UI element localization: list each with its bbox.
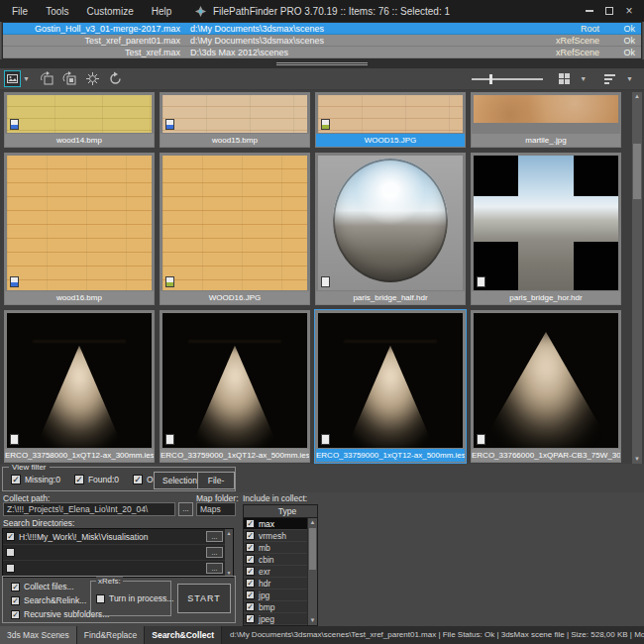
thumbnail-label: WOOD15.JPG bbox=[316, 134, 465, 147]
checkbox-box[interactable]: ✓ bbox=[246, 531, 255, 540]
scrollbar-thumb[interactable] bbox=[309, 528, 316, 570]
thumbnail-row: ERCO_33758000_1xQT12-ax_300mm.ies ERCO_3… bbox=[4, 310, 626, 463]
grid-view-icon[interactable] bbox=[556, 71, 572, 87]
tab-find-replace[interactable]: Find&Replace bbox=[77, 626, 145, 644]
search-directory-row[interactable]: ✓ H:\!!!My_Work\!_Misk\Visualisation ... bbox=[3, 529, 233, 545]
scrollbar-thumb[interactable] bbox=[633, 144, 641, 199]
thumbnail[interactable]: martile_.jpg bbox=[471, 92, 621, 148]
minimize-icon[interactable] bbox=[583, 4, 596, 18]
collect-path-input[interactable]: Z:\!!!_Projects\!_Elena_Lio\Int_20_04\ bbox=[3, 502, 175, 516]
scroll-down-icon[interactable]: ▼ bbox=[308, 616, 317, 625]
scene-row[interactable]: Test_xref_parent01.max d:\My Documents\3… bbox=[3, 35, 641, 47]
scroll-down-icon[interactable]: ▼ bbox=[632, 455, 642, 464]
thumbnail[interactable]: ERCO_33759000_1xQT12-ax_500mm.ies bbox=[160, 310, 310, 463]
map-folder-input[interactable]: Maps bbox=[196, 502, 236, 516]
thumbnail[interactable]: wood14.bmp bbox=[4, 92, 155, 148]
thumbnail-selected[interactable]: WOOD15.JPG bbox=[315, 92, 466, 148]
chevron-down-icon[interactable]: ▼ bbox=[580, 75, 587, 82]
file-type-button[interactable]: File-type bbox=[197, 472, 235, 489]
directory-list-scrollbar[interactable]: ▲ ▼ bbox=[225, 529, 233, 577]
type-row[interactable]: ✓ cbin bbox=[244, 554, 307, 566]
display-filter-icon[interactable] bbox=[4, 70, 21, 87]
thumbnail[interactable]: wood16.bmp bbox=[4, 153, 155, 305]
hdr-preview bbox=[474, 156, 618, 290]
close-icon[interactable]: × bbox=[622, 4, 636, 18]
collect-options-groupbox: ✓ Collect files... ✓ Search&Relink... ✓ … bbox=[2, 576, 236, 623]
thumbnail[interactable]: ERCO_33766000_1xQPAR-CB3_75W_30degree.ie… bbox=[471, 310, 621, 463]
start-button[interactable]: START bbox=[177, 584, 231, 613]
checkbox-box[interactable]: ✓ bbox=[246, 519, 255, 528]
checkbox-box[interactable]: ✓ bbox=[246, 579, 255, 588]
collect-path-browse-button[interactable]: ... bbox=[178, 502, 193, 516]
search-directory-row[interactable]: ... bbox=[3, 561, 233, 577]
checkbox-box[interactable]: ✓ bbox=[246, 555, 255, 564]
filepathfinder-window: { "titlebar": { "menus": ["File", "Tools… bbox=[0, 0, 644, 644]
texture-preview bbox=[7, 156, 152, 290]
checkbox-box[interactable] bbox=[6, 548, 15, 557]
checkbox-box[interactable]: ✓ bbox=[246, 567, 255, 576]
scroll-up-icon[interactable]: ▲ bbox=[308, 518, 317, 527]
menu-tools[interactable]: Tools bbox=[38, 3, 76, 20]
checkbox-box[interactable]: ✓ bbox=[246, 614, 255, 623]
splitter-grip[interactable] bbox=[276, 62, 368, 65]
toolbar-right-group: ▼ ▼ bbox=[472, 71, 644, 87]
type-row[interactable]: ✓ bmp bbox=[244, 601, 307, 613]
thumbnail[interactable]: ERCO_33758000_1xQT12-ax_300mm.ies bbox=[4, 310, 155, 463]
tab-3ds-max-scenes[interactable]: 3ds Max Scenes bbox=[0, 626, 77, 644]
type-table-scrollbar[interactable]: ▲ ▼ bbox=[307, 518, 317, 625]
scene-row[interactable]: Gostin_Holl_v3_01-merge-2017.max d:\My D… bbox=[3, 23, 641, 35]
menu-help[interactable]: Help bbox=[144, 3, 180, 20]
type-row[interactable]: ✓ vrmesh bbox=[244, 530, 307, 542]
checkbox-box[interactable]: ✓ bbox=[246, 543, 255, 552]
tab-search-collect[interactable]: Search&Collect bbox=[145, 626, 222, 644]
texture-preview bbox=[162, 156, 307, 290]
turn-in-process-checkbox[interactable]: Turn in process... bbox=[96, 593, 173, 603]
chevron-down-icon[interactable]: ▼ bbox=[23, 75, 30, 82]
checkbox-box[interactable] bbox=[6, 564, 15, 573]
hdr-preview bbox=[318, 156, 463, 290]
thumbnail-selected[interactable]: ERCO_33759000_1xQT12-ax_500mm.ies bbox=[315, 310, 466, 463]
file-type-badge-icon bbox=[10, 434, 19, 445]
menu-file[interactable]: File bbox=[4, 3, 36, 20]
scroll-up-icon[interactable]: ▲ bbox=[225, 529, 233, 537]
type-row[interactable]: ✓ hdr bbox=[244, 578, 307, 590]
type-column-header[interactable]: Type bbox=[244, 505, 317, 518]
slider-thumb[interactable] bbox=[489, 74, 492, 84]
menu-customize[interactable]: Customize bbox=[78, 3, 141, 20]
type-row[interactable]: ✓ mb bbox=[244, 542, 307, 554]
maximize-icon[interactable] bbox=[602, 4, 616, 18]
file-type-badge-icon bbox=[10, 276, 19, 287]
filter-missing-checkbox[interactable]: ✓ Missing:0 bbox=[11, 475, 60, 484]
refresh-icon[interactable] bbox=[108, 71, 124, 87]
thumbnail[interactable]: wood15.bmp bbox=[160, 92, 310, 148]
type-row[interactable]: ✓ jpeg bbox=[244, 613, 307, 625]
thumbnail[interactable]: paris_bridge_half.hdr bbox=[315, 153, 466, 305]
sort-order-icon[interactable] bbox=[602, 71, 618, 87]
xrefs-groupbox: xRefs: Turn in process... bbox=[90, 581, 171, 616]
search-directory-row[interactable]: ... bbox=[3, 545, 233, 561]
chevron-down-icon[interactable]: ▼ bbox=[626, 75, 633, 82]
checkbox-box[interactable]: ✓ bbox=[6, 532, 15, 541]
file-type-badge-icon bbox=[321, 276, 330, 287]
relink-files-icon[interactable] bbox=[62, 71, 78, 87]
filter-found-checkbox[interactable]: ✓ Found:0 bbox=[74, 475, 119, 484]
scene-row[interactable]: Test_xref.max D:\3ds Max 2012\scenes xRe… bbox=[3, 47, 641, 58]
thumbnail-size-slider[interactable] bbox=[472, 72, 543, 86]
directory-browse-button[interactable]: ... bbox=[206, 563, 223, 574]
checkbox-box[interactable]: ✓ bbox=[246, 590, 255, 599]
type-row[interactable]: ✓ max bbox=[244, 518, 307, 530]
thumbnail-scrollbar[interactable]: ▲ ▼ bbox=[632, 92, 642, 464]
checkbox-box[interactable]: ✓ bbox=[246, 602, 255, 611]
type-row[interactable]: ✓ exr bbox=[244, 566, 307, 578]
type-row[interactable]: ✓ jpg bbox=[244, 590, 307, 601]
collect-files-icon[interactable] bbox=[40, 71, 55, 87]
directory-browse-button[interactable]: ... bbox=[206, 547, 223, 558]
scroll-up-icon[interactable]: ▲ bbox=[632, 92, 642, 101]
panel-splitter[interactable] bbox=[0, 59, 644, 68]
thumbnail[interactable]: paris_bridge_hor.hdr bbox=[471, 153, 621, 305]
directory-browse-button[interactable]: ... bbox=[206, 531, 223, 542]
include-type-table: Type ✓ max ✓ vrmesh ✓ mb ✓ cbin ✓ exr bbox=[243, 504, 318, 626]
batch-settings-icon[interactable] bbox=[85, 71, 101, 87]
thumbnail[interactable]: WOOD16.JPG bbox=[160, 153, 310, 305]
ies-preview bbox=[318, 313, 463, 448]
